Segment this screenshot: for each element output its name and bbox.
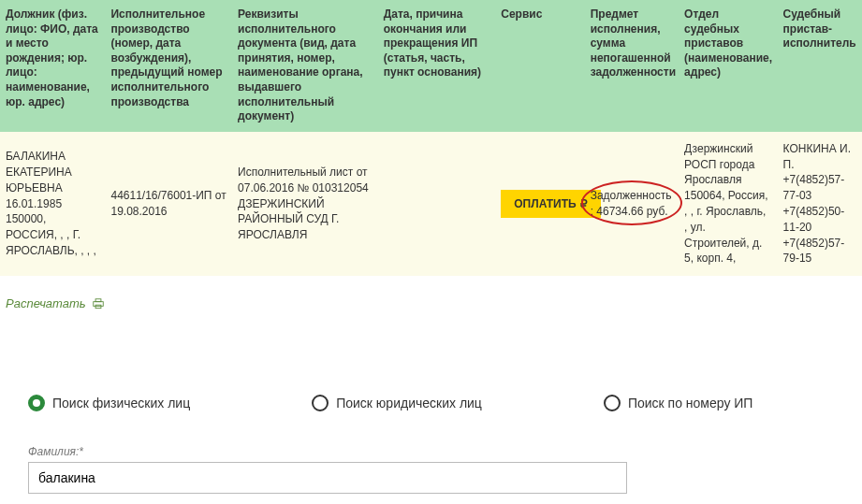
printer-icon — [92, 298, 105, 310]
radio-label: Поиск физических лиц — [52, 396, 190, 410]
cell-department: Дзержинский РОСП города Ярославля 150064… — [679, 132, 777, 276]
search-type-radios: Поиск физических лиц Поиск юридических л… — [28, 395, 834, 411]
cell-officer: КОНКИНА И. П. +7(4852)57-77-03 +7(4852)5… — [778, 132, 862, 276]
th-service: Сервис — [495, 0, 584, 132]
debt-text: Задолженность: 46734.66 руб. — [591, 189, 672, 218]
radio-icon — [312, 395, 329, 411]
cell-termination — [378, 132, 496, 276]
svg-rect-1 — [95, 298, 101, 301]
th-subject: Предмет исполнения, сумма непогашенной з… — [585, 0, 679, 132]
svg-rect-2 — [95, 305, 101, 309]
cell-proceeding: 44611/16/76001-ИП от 19.08.2016 — [105, 132, 232, 276]
print-link[interactable]: Распечатать — [6, 296, 105, 310]
table-header-row: Должник (физ. лицо: ФИО, дата и место ро… — [0, 0, 862, 132]
radio-legal[interactable]: Поиск юридических лиц — [312, 395, 482, 411]
print-label: Распечатать — [6, 296, 86, 310]
table-row: БАЛАКИНА ЕКАТЕРИНА ЮРЬЕВНА 16.01.1985 15… — [0, 132, 862, 276]
svg-rect-0 — [93, 301, 103, 306]
th-proceeding: Исполнительное производство (номер, дата… — [105, 0, 232, 132]
radio-icon — [28, 395, 45, 411]
radio-ip-number[interactable]: Поиск по номеру ИП — [604, 395, 753, 411]
th-document: Реквизиты исполнительного документа (вид… — [232, 0, 378, 132]
lastname-input[interactable] — [28, 462, 627, 494]
lastname-field-group: Фамилия:* — [28, 445, 627, 494]
th-termination: Дата, причина окончания или прекращения … — [378, 0, 496, 132]
cell-service: ОПЛАТИТЬ ₽ — [495, 132, 584, 276]
pay-button-label: ОПЛАТИТЬ — [514, 197, 576, 210]
results-table: Должник (физ. лицо: ФИО, дата и место ро… — [0, 0, 862, 276]
search-section: Поиск физических лиц Поиск юридических л… — [0, 385, 862, 503]
radio-physical[interactable]: Поиск физических лиц — [28, 395, 190, 411]
th-officer: Судебный пристав-исполнитель — [778, 0, 862, 132]
cell-debt: Задолженность: 46734.66 руб. — [585, 132, 679, 276]
radio-label: Поиск юридических лиц — [336, 396, 482, 410]
lastname-label: Фамилия:* — [28, 445, 627, 458]
th-debtor: Должник (физ. лицо: ФИО, дата и место ро… — [0, 0, 105, 132]
cell-document: Исполнительный лист от 07.06.2016 № 0103… — [232, 132, 378, 276]
cell-debtor: БАЛАКИНА ЕКАТЕРИНА ЮРЬЕВНА 16.01.1985 15… — [0, 132, 105, 276]
radio-icon — [604, 395, 621, 411]
annotation-circle — [581, 180, 682, 225]
radio-label: Поиск по номеру ИП — [628, 396, 753, 410]
th-department: Отдел судебных приставов (наименование, … — [679, 0, 777, 132]
pay-button[interactable]: ОПЛАТИТЬ ₽ — [501, 190, 600, 218]
ruble-icon: ₽ — [580, 197, 588, 210]
